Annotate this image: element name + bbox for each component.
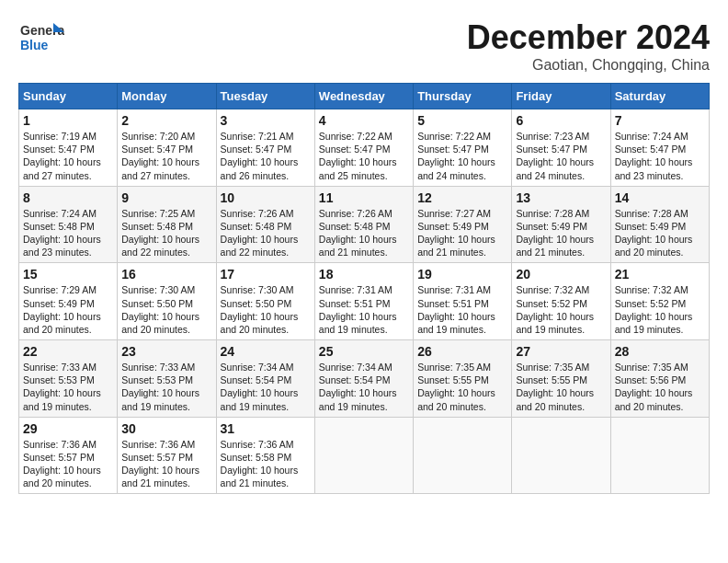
calendar-cell: 19Sunrise: 7:31 AM Sunset: 5:51 PM Dayli… (414, 263, 512, 340)
day-info: Sunrise: 7:34 AM Sunset: 5:54 PM Dayligh… (221, 361, 311, 413)
day-number: 28 (615, 344, 705, 359)
logo: General Blue (18, 18, 68, 55)
day-info: Sunrise: 7:30 AM Sunset: 5:50 PM Dayligh… (221, 283, 311, 336)
day-info: Sunrise: 7:22 AM Sunset: 5:47 PM Dayligh… (319, 130, 409, 182)
day-number: 22 (23, 344, 113, 359)
calendar-cell: 6Sunrise: 7:23 AM Sunset: 5:47 PM Daylig… (512, 109, 610, 187)
day-number: 27 (516, 344, 606, 359)
day-number: 9 (121, 190, 211, 205)
day-info: Sunrise: 7:28 AM Sunset: 5:49 PM Dayligh… (516, 207, 606, 259)
day-number: 19 (417, 267, 507, 282)
day-info: Sunrise: 7:33 AM Sunset: 5:53 PM Dayligh… (121, 361, 211, 413)
calendar-cell: 18Sunrise: 7:31 AM Sunset: 5:51 PM Dayli… (314, 263, 413, 340)
day-info: Sunrise: 7:33 AM Sunset: 5:53 PM Dayligh… (23, 361, 113, 413)
calendar-cell: 16Sunrise: 7:30 AM Sunset: 5:50 PM Dayli… (118, 263, 216, 340)
calendar-cell: 22Sunrise: 7:33 AM Sunset: 5:53 PM Dayli… (19, 340, 118, 418)
calendar-cell: 31Sunrise: 7:36 AM Sunset: 5:58 PM Dayli… (216, 417, 314, 494)
calendar-cell: 27Sunrise: 7:35 AM Sunset: 5:55 PM Dayli… (512, 340, 610, 418)
day-info: Sunrise: 7:29 AM Sunset: 5:49 PM Dayligh… (23, 283, 113, 336)
calendar-week-row: 22Sunrise: 7:33 AM Sunset: 5:53 PM Dayli… (19, 340, 710, 418)
day-number: 3 (221, 113, 311, 128)
calendar-cell: 11Sunrise: 7:26 AM Sunset: 5:48 PM Dayli… (314, 186, 413, 263)
day-number: 5 (417, 113, 507, 128)
weekday-header: Friday (512, 84, 610, 109)
day-number: 29 (23, 421, 113, 436)
weekday-header: Thursday (414, 84, 512, 109)
weekday-header: Saturday (610, 84, 709, 109)
calendar-cell: 17Sunrise: 7:30 AM Sunset: 5:50 PM Dayli… (216, 263, 314, 340)
weekday-header: Sunday (19, 84, 118, 109)
calendar-cell (414, 417, 512, 494)
calendar-cell: 25Sunrise: 7:34 AM Sunset: 5:54 PM Dayli… (314, 340, 413, 418)
calendar-cell: 7Sunrise: 7:24 AM Sunset: 5:47 PM Daylig… (610, 109, 709, 187)
day-info: Sunrise: 7:27 AM Sunset: 5:49 PM Dayligh… (417, 207, 507, 259)
calendar-cell: 13Sunrise: 7:28 AM Sunset: 5:49 PM Dayli… (512, 186, 610, 263)
day-info: Sunrise: 7:31 AM Sunset: 5:51 PM Dayligh… (417, 283, 507, 336)
header: General Blue December 2024 Gaotian, Chon… (18, 18, 710, 74)
title-area: December 2024 Gaotian, Chongqing, China (467, 18, 710, 74)
calendar-cell: 5Sunrise: 7:22 AM Sunset: 5:47 PM Daylig… (414, 109, 512, 187)
calendar-week-row: 1Sunrise: 7:19 AM Sunset: 5:47 PM Daylig… (19, 109, 710, 187)
calendar-cell: 1Sunrise: 7:19 AM Sunset: 5:47 PM Daylig… (19, 109, 118, 187)
day-number: 17 (221, 267, 311, 282)
weekday-header: Monday (118, 84, 216, 109)
weekday-header: Tuesday (216, 84, 314, 109)
calendar-week-row: 8Sunrise: 7:24 AM Sunset: 5:48 PM Daylig… (19, 186, 710, 263)
day-number: 13 (516, 190, 606, 205)
calendar-cell: 10Sunrise: 7:26 AM Sunset: 5:48 PM Dayli… (216, 186, 314, 263)
calendar-cell: 30Sunrise: 7:36 AM Sunset: 5:57 PM Dayli… (118, 417, 216, 494)
day-info: Sunrise: 7:36 AM Sunset: 5:57 PM Dayligh… (121, 438, 211, 490)
month-title: December 2024 (467, 18, 710, 57)
calendar-cell: 23Sunrise: 7:33 AM Sunset: 5:53 PM Dayli… (118, 340, 216, 418)
calendar-week-row: 29Sunrise: 7:36 AM Sunset: 5:57 PM Dayli… (19, 417, 710, 494)
calendar: SundayMondayTuesdayWednesdayThursdayFrid… (18, 83, 710, 494)
calendar-cell: 2Sunrise: 7:20 AM Sunset: 5:47 PM Daylig… (118, 109, 216, 187)
location-title: Gaotian, Chongqing, China (467, 57, 710, 74)
calendar-cell: 9Sunrise: 7:25 AM Sunset: 5:48 PM Daylig… (118, 186, 216, 263)
day-number: 16 (121, 267, 211, 282)
weekday-header-row: SundayMondayTuesdayWednesdayThursdayFrid… (19, 84, 710, 109)
logo-icon: General Blue (18, 18, 64, 55)
calendar-cell (512, 417, 610, 494)
day-number: 2 (121, 113, 211, 128)
day-info: Sunrise: 7:35 AM Sunset: 5:55 PM Dayligh… (417, 361, 507, 413)
day-info: Sunrise: 7:32 AM Sunset: 5:52 PM Dayligh… (516, 283, 606, 336)
calendar-cell: 15Sunrise: 7:29 AM Sunset: 5:49 PM Dayli… (19, 263, 118, 340)
calendar-cell: 21Sunrise: 7:32 AM Sunset: 5:52 PM Dayli… (610, 263, 709, 340)
day-number: 31 (221, 421, 311, 436)
day-number: 18 (319, 267, 409, 282)
day-number: 25 (319, 344, 409, 359)
day-info: Sunrise: 7:36 AM Sunset: 5:58 PM Dayligh… (221, 438, 311, 490)
day-info: Sunrise: 7:23 AM Sunset: 5:47 PM Dayligh… (516, 130, 606, 182)
day-number: 11 (319, 190, 409, 205)
day-number: 12 (417, 190, 507, 205)
day-number: 21 (615, 267, 705, 282)
calendar-cell: 20Sunrise: 7:32 AM Sunset: 5:52 PM Dayli… (512, 263, 610, 340)
day-number: 15 (23, 267, 113, 282)
calendar-cell: 3Sunrise: 7:21 AM Sunset: 5:47 PM Daylig… (216, 109, 314, 187)
day-info: Sunrise: 7:26 AM Sunset: 5:48 PM Dayligh… (319, 207, 409, 259)
day-info: Sunrise: 7:31 AM Sunset: 5:51 PM Dayligh… (319, 283, 409, 336)
day-number: 24 (221, 344, 311, 359)
day-number: 4 (319, 113, 409, 128)
day-number: 30 (121, 421, 211, 436)
day-info: Sunrise: 7:32 AM Sunset: 5:52 PM Dayligh… (615, 283, 705, 336)
day-info: Sunrise: 7:30 AM Sunset: 5:50 PM Dayligh… (121, 283, 211, 336)
calendar-cell: 12Sunrise: 7:27 AM Sunset: 5:49 PM Dayli… (414, 186, 512, 263)
day-info: Sunrise: 7:36 AM Sunset: 5:57 PM Dayligh… (23, 438, 113, 490)
day-info: Sunrise: 7:28 AM Sunset: 5:49 PM Dayligh… (615, 207, 705, 259)
day-info: Sunrise: 7:21 AM Sunset: 5:47 PM Dayligh… (221, 130, 311, 182)
weekday-header: Wednesday (314, 84, 413, 109)
day-number: 26 (417, 344, 507, 359)
day-number: 20 (516, 267, 606, 282)
day-info: Sunrise: 7:26 AM Sunset: 5:48 PM Dayligh… (221, 207, 311, 259)
calendar-week-row: 15Sunrise: 7:29 AM Sunset: 5:49 PM Dayli… (19, 263, 710, 340)
day-info: Sunrise: 7:25 AM Sunset: 5:48 PM Dayligh… (121, 207, 211, 259)
calendar-cell: 28Sunrise: 7:35 AM Sunset: 5:56 PM Dayli… (610, 340, 709, 418)
calendar-cell: 29Sunrise: 7:36 AM Sunset: 5:57 PM Dayli… (19, 417, 118, 494)
day-number: 14 (615, 190, 705, 205)
day-info: Sunrise: 7:22 AM Sunset: 5:47 PM Dayligh… (417, 130, 507, 182)
svg-text:Blue: Blue (20, 38, 49, 52)
day-info: Sunrise: 7:34 AM Sunset: 5:54 PM Dayligh… (319, 361, 409, 413)
day-info: Sunrise: 7:24 AM Sunset: 5:47 PM Dayligh… (615, 130, 705, 182)
